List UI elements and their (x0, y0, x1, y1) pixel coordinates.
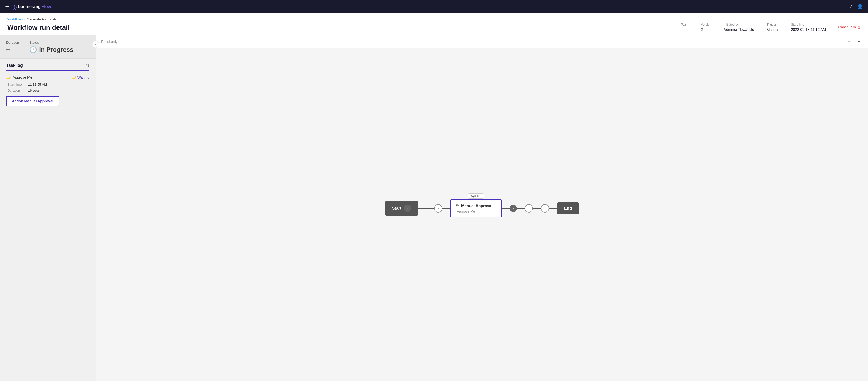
connector-3 (502, 208, 510, 209)
logo-boomerang: boomerang (18, 4, 40, 9)
meta-version: Version 2 (701, 23, 711, 32)
task-log-title: Task log (6, 63, 23, 68)
initiated-label: Initiated by (724, 23, 754, 26)
meta-trigger: Trigger Manual (767, 23, 779, 32)
approval-subtitle: Approve Me (456, 209, 496, 213)
sidebar-status: Duration -- Status 🕐 In Progress (0, 35, 96, 59)
start-label: Start (392, 206, 401, 211)
connector-1 (418, 208, 434, 209)
meta-initiated-by: Initiated by Admin@Flowabl.Io (724, 23, 754, 32)
start-node-box: Start › (385, 201, 418, 216)
circle-node-3: › (541, 204, 549, 212)
cancel-run-label: Cancel run (838, 25, 856, 29)
task-log-section: Task log ⇅ (0, 59, 96, 71)
trigger-label: Trigger (767, 23, 779, 26)
status-label: Status (29, 41, 73, 44)
canvas-area: Read-only − + Start › › (96, 35, 868, 381)
topnav: ☰ )} boomerang Flow ? 👤 (0, 0, 868, 13)
status-value-text: In Progress (39, 46, 73, 53)
version-label: Version (701, 23, 711, 26)
initiated-value: Admin@Flowabl.Io (724, 28, 754, 32)
breadcrumb-doc-icon: ☰ (58, 17, 61, 21)
task-name: 🌙 Approve Me (6, 75, 32, 79)
connector-4 (517, 208, 525, 209)
breadcrumb-workflows-link[interactable]: Workflows (7, 18, 23, 21)
task-moon-icon: 🌙 (6, 75, 11, 79)
logo-mark-icon: )} (13, 4, 17, 10)
circle-node-2: › (525, 204, 533, 212)
start-time-label: Start time (791, 23, 826, 26)
page-title: Workflow run detail (7, 24, 70, 32)
help-icon[interactable]: ? (849, 4, 852, 9)
cancel-run-icon: ⊗ (857, 25, 861, 30)
approval-arrow-btn[interactable]: › (510, 205, 517, 212)
approval-title: ✏ Manual Approval (456, 203, 496, 208)
duration-value: -- (6, 46, 19, 53)
sidebar-collapse-button[interactable]: ‹ (92, 41, 99, 48)
task-duration-label: Duration (7, 89, 26, 93)
task-start-time-row: Start time 11:12:55 AM (7, 82, 89, 86)
circle-node-1: › (434, 204, 442, 212)
sidebar: ‹ Duration -- Status 🕐 In Progress (0, 35, 96, 381)
end-label: End (564, 206, 572, 210)
trigger-value: Manual (767, 28, 779, 32)
task-status-waiting: 🌙 Waiting (71, 75, 89, 79)
task-log-header: Task log ⇅ (6, 63, 89, 71)
connector-6 (549, 208, 557, 209)
waiting-text: Waiting (78, 75, 89, 79)
version-value: 2 (701, 28, 711, 32)
end-node-box: End (557, 202, 579, 214)
task-list: 🌙 Approve Me 🌙 Waiting Start time 11:12:… (0, 71, 96, 111)
system-badge: System (468, 193, 484, 199)
approval-node[interactable]: ✏ Manual Approval Approve Me (450, 199, 502, 217)
approval-title-text: Manual Approval (461, 203, 492, 208)
task-item-header: 🌙 Approve Me 🌙 Waiting (6, 75, 89, 79)
start-time-value: 2022-01-18 11:12 AM (791, 28, 826, 32)
status-clock-icon: 🕐 (29, 46, 37, 53)
main-layout: ‹ Duration -- Status 🕐 In Progress (0, 35, 868, 381)
logo: )} boomerang Flow (13, 4, 51, 10)
breadcrumb: Workflows / Generate Approvals ☰ (7, 17, 861, 21)
start-arrow-btn[interactable]: › (404, 205, 411, 212)
meta-start-time: Start time 2022-01-18 11:12 AM (791, 23, 826, 32)
edit-icon: ✏ (456, 203, 459, 208)
hamburger-icon[interactable]: ☰ (5, 4, 9, 9)
breadcrumb-current: Generate Approvals (27, 18, 57, 21)
task-start-time-label: Start time (7, 82, 26, 86)
team-label: Team (681, 23, 688, 26)
page-header: Workflows / Generate Approvals ☰ Workflo… (0, 13, 868, 35)
cancel-run-button[interactable]: Cancel run ⊗ (838, 25, 861, 30)
flow-diagram: Start › › System ✏ Manual Appro (385, 199, 579, 217)
action-manual-approval-button[interactable]: Action Manual Approval (6, 96, 59, 106)
task-details: Start time 11:12:55 AM Duration 16 secs (6, 82, 89, 93)
task-item: 🌙 Approve Me 🌙 Waiting Start time 11:12:… (6, 71, 89, 111)
duration-label: Duration (6, 41, 19, 44)
connector-5 (533, 208, 541, 209)
sort-icon[interactable]: ⇅ (86, 63, 89, 68)
task-start-time-value: 11:12:55 AM (28, 82, 47, 86)
breadcrumb-separator: / (24, 18, 25, 21)
team-value: --- (681, 28, 688, 32)
meta-team: Team --- (681, 23, 688, 32)
user-icon[interactable]: 👤 (857, 4, 863, 9)
task-duration-row: Duration 16 secs (7, 89, 89, 93)
logo-flow: Flow (41, 4, 51, 9)
task-duration-value: 16 secs (28, 89, 40, 93)
flow-canvas: Start › › System ✏ Manual Appro (96, 35, 868, 381)
approval-node-wrapper: System ✏ Manual Approval Approve Me (450, 199, 502, 217)
task-name-text: Approve Me (13, 75, 32, 79)
end-node: End (557, 202, 579, 214)
start-node: Start › (385, 201, 418, 216)
connector-2 (442, 208, 450, 209)
waiting-moon-icon: 🌙 (71, 75, 76, 79)
